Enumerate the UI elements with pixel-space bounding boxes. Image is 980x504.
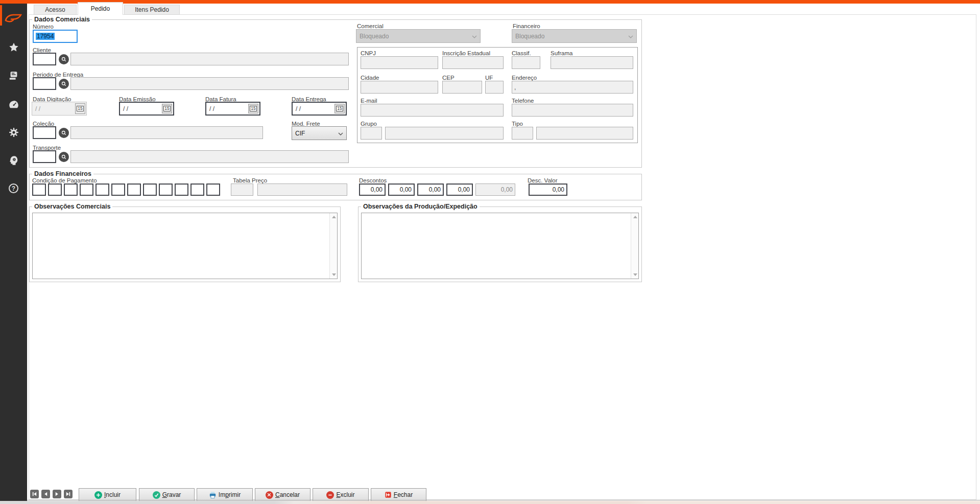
payment-installment-box[interactable]: [159, 184, 173, 196]
dados-comerciais-legend: Dados Comerciais: [32, 16, 92, 23]
payment-installment-box[interactable]: [127, 184, 141, 196]
cliente-code-input[interactable]: [33, 53, 56, 65]
periodo-code-input[interactable]: [33, 77, 56, 90]
first-record-button[interactable]: [30, 490, 39, 498]
email-label: E-mail: [361, 98, 377, 104]
scroll-down-icon[interactable]: [633, 273, 637, 276]
incluir-label: Incluir: [104, 491, 121, 498]
chevron-down-icon: [472, 33, 477, 40]
colecao-name-field: [70, 126, 263, 139]
tab-acesso-label: Acesso: [45, 6, 65, 13]
next-record-button[interactable]: [53, 490, 61, 498]
colecao-search-icon[interactable]: [59, 128, 69, 138]
vertical-scrollbar[interactable]: [631, 213, 638, 279]
transporte-code-input[interactable]: [33, 150, 56, 163]
scroll-down-icon[interactable]: [332, 273, 336, 276]
imprimir-label: Imprimir: [219, 491, 241, 498]
scroll-up-icon[interactable]: [332, 216, 336, 218]
financeiro-label: Financeiro: [513, 23, 540, 29]
scroll-up-icon[interactable]: [633, 216, 637, 218]
tipo-label: Tipo: [512, 121, 523, 127]
descontos-label: Descontos: [359, 177, 387, 184]
financeiro-select: Bloqueado: [512, 29, 637, 43]
mod-frete-select[interactable]: CIF: [292, 126, 347, 140]
payment-installment-box[interactable]: [111, 184, 125, 196]
numero-input[interactable]: 17954: [33, 30, 78, 43]
tipo-code-field: [512, 127, 533, 140]
periodo-name-field: [70, 77, 349, 90]
inscricao-estadual-label: Inscrição Estadual: [442, 50, 490, 56]
bottom-divider: [27, 500, 980, 500]
vertical-scrollbar[interactable]: [329, 213, 337, 279]
help-icon[interactable]: ?: [7, 182, 20, 195]
desconto4-input[interactable]: 0,00: [446, 184, 473, 196]
desconto1-input[interactable]: 0,00: [359, 184, 386, 196]
tabela-preco-label: Tabela Preço: [233, 177, 267, 184]
previous-record-button[interactable]: [41, 490, 50, 498]
periodo-search-icon[interactable]: [59, 79, 69, 89]
tabela-preco-code-field: [231, 184, 253, 196]
chevron-down-icon: [628, 33, 633, 40]
observacoes-producao-textarea[interactable]: [361, 213, 639, 279]
cancelar-label: Cancelar: [275, 491, 300, 498]
uf-field: [485, 81, 504, 94]
tab-acesso[interactable]: Acesso: [34, 5, 77, 15]
colecao-code-input[interactable]: [33, 126, 56, 139]
tab-pedido[interactable]: Pedido: [78, 2, 123, 15]
payment-installment-box[interactable]: [48, 184, 62, 196]
data-fatura-calendar-icon[interactable]: 15: [248, 104, 258, 113]
classif-label: Classif.: [512, 50, 531, 56]
sidebar: ?: [0, 4, 27, 501]
top-accent-bar: [0, 0, 980, 4]
brand-logo-icon: [3, 10, 25, 27]
grupo-label: Grupo: [361, 121, 377, 127]
tipo-name-field: [536, 127, 633, 140]
observacoes-producao-legend: Observações da Produção/Expedição: [361, 203, 480, 210]
data-entrega-input[interactable]: / / 15: [292, 102, 347, 116]
payment-installment-box[interactable]: [143, 184, 157, 196]
observacoes-comerciais-textarea[interactable]: [32, 213, 338, 279]
head-gear-icon[interactable]: [7, 154, 20, 167]
data-entrega-calendar-icon[interactable]: 15: [334, 104, 345, 113]
reader-icon[interactable]: [7, 69, 20, 82]
payment-installment-box[interactable]: [80, 184, 93, 196]
condicao-pagamento-label: Condição de Pagamento: [32, 177, 97, 184]
numero-label: Número: [33, 24, 54, 30]
desc-valor-input[interactable]: 0,00: [529, 184, 567, 196]
numero-selected-text: 17954: [36, 33, 55, 40]
cep-label: CEP: [442, 75, 455, 81]
gauge-icon[interactable]: [7, 98, 20, 110]
desconto2-input[interactable]: 0,00: [388, 184, 415, 196]
excluir-label: Excluir: [336, 491, 354, 498]
inscricao-estadual-field: [442, 56, 504, 69]
last-record-button[interactable]: [64, 490, 73, 498]
tab-itens-pedido[interactable]: Itens Pedido: [124, 5, 180, 15]
exit-door-icon: [385, 491, 392, 498]
endereco-label: Endereço: [512, 75, 537, 81]
cnpj-label: CNPJ: [361, 50, 376, 56]
settings-gear-icon[interactable]: [7, 126, 20, 139]
fechar-label: Fechar: [394, 491, 413, 498]
cnpj-field: [361, 56, 438, 69]
transporte-name-field: [70, 150, 349, 163]
data-emissao-calendar-icon[interactable]: 15: [162, 104, 172, 113]
desconto3-input[interactable]: 0,00: [417, 184, 444, 196]
taskbar-edge-strip: [0, 501, 980, 504]
transporte-search-icon[interactable]: [59, 152, 69, 162]
payment-installment-box[interactable]: [64, 184, 78, 196]
tabela-preco-name-field: [257, 184, 347, 196]
payment-installment-box[interactable]: [206, 184, 220, 196]
data-emissao-input[interactable]: / / 15: [119, 102, 174, 116]
data-fatura-input[interactable]: / / 15: [205, 102, 260, 116]
telefone-label: Telefone: [512, 98, 534, 104]
favorites-star-icon[interactable]: [7, 41, 20, 54]
payment-installment-box[interactable]: [95, 184, 109, 196]
observacoes-comerciais-legend: Observações Comerciais: [32, 203, 112, 210]
check-circle-icon: [153, 491, 160, 499]
minus-circle-icon: [326, 491, 334, 499]
payment-installment-box[interactable]: [175, 184, 188, 196]
payment-installment-box[interactable]: [190, 184, 204, 196]
payment-installment-box[interactable]: [32, 184, 46, 196]
tab-pedido-label: Pedido: [91, 5, 110, 12]
cliente-search-icon[interactable]: [59, 54, 69, 64]
